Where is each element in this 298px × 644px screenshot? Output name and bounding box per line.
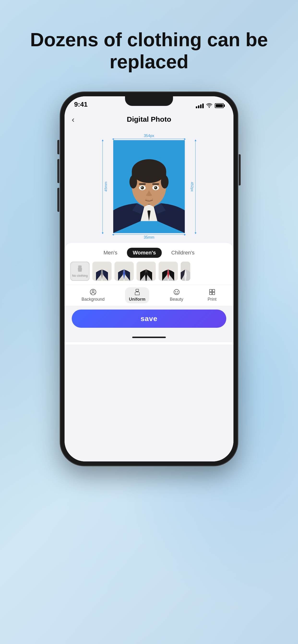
print-icon: [209, 289, 215, 296]
svg-point-21: [152, 198, 153, 199]
clothing-item-no-clothing[interactable]: No clothing: [70, 262, 89, 281]
clothing-item-suit-1[interactable]: [92, 262, 112, 281]
clothing-item-suit-4[interactable]: [159, 262, 178, 281]
volume-down-button[interactable]: [57, 188, 59, 212]
bottom-ruler-line: ◄ ►: [113, 234, 185, 234]
suit-4-preview: [159, 262, 178, 281]
svg-point-15: [155, 187, 156, 188]
phone-side-buttons-right: [239, 154, 241, 186]
suit-3-preview: [136, 262, 156, 281]
home-bar: [132, 336, 166, 338]
svg-point-18: [148, 200, 149, 200]
status-time: 9:41: [74, 100, 88, 108]
page-title: Dozens of clothing can be replaced: [0, 29, 298, 73]
svg-point-14: [154, 186, 158, 190]
svg-rect-36: [209, 292, 212, 295]
svg-point-20: [151, 199, 152, 200]
svg-point-11: [140, 186, 144, 190]
bottom-dimension: ◄ ► 35mm: [113, 234, 185, 240]
right-dimension: 452px ▲ ▼: [190, 140, 196, 233]
phone-screen: 9:41: [65, 96, 233, 462]
power-button[interactable]: [239, 154, 241, 186]
photo-area: 354px ◄ ► ◄ ► 35mm: [65, 128, 233, 243]
phone-frame: 9:41: [60, 92, 238, 466]
svg-rect-8: [139, 184, 146, 185]
top-ruler-line: ◄ ►: [113, 139, 185, 139]
back-button[interactable]: ‹: [72, 115, 74, 124]
suit-5-preview: [181, 262, 190, 281]
clothing-item-suit-2[interactable]: [114, 262, 134, 281]
svg-point-4: [132, 159, 166, 183]
svg-rect-34: [209, 290, 212, 292]
svg-rect-30: [136, 289, 139, 291]
passport-photo: [113, 140, 185, 233]
svg-point-17: [147, 199, 147, 200]
notch: [125, 96, 173, 106]
svg-point-19: [150, 200, 151, 200]
height-mm-label: 45mm: [104, 182, 108, 192]
background-tab-label: Background: [82, 297, 105, 302]
gender-tabs: Men's Women's Children's: [65, 248, 233, 262]
tab-background[interactable]: Background: [78, 287, 108, 303]
svg-rect-9: [152, 184, 159, 185]
wifi-icon: [206, 103, 212, 108]
tab-mens[interactable]: Men's: [98, 248, 123, 258]
width-mm-label: 35mm: [144, 235, 154, 240]
photo-with-rulers: 354px ◄ ► ◄ ► 35mm: [113, 140, 185, 233]
svg-point-32: [175, 291, 176, 292]
svg-point-12: [141, 187, 142, 188]
nav-title: Digital Photo: [127, 115, 171, 124]
person-svg: [113, 140, 185, 233]
no-clothing-icon: [76, 265, 83, 274]
svg-point-0: [209, 107, 210, 108]
save-button-area: save: [65, 306, 233, 332]
mute-button[interactable]: [57, 140, 59, 154]
content-area: 354px ◄ ► ◄ ► 35mm: [65, 128, 233, 462]
background-icon: [90, 289, 96, 296]
tab-childrens[interactable]: Children's: [166, 248, 200, 258]
uniform-tab-icon: [134, 289, 140, 296]
bottom-panel: Men's Women's Children's: [65, 243, 233, 344]
beauty-icon: [173, 289, 180, 296]
save-button[interactable]: save: [72, 310, 226, 328]
battery-icon: [215, 103, 224, 108]
svg-point-16: [146, 199, 146, 200]
left-dimension: ▲ ▼ 45mm: [102, 140, 108, 233]
svg-point-7: [161, 175, 169, 188]
svg-point-6: [129, 175, 137, 188]
clothing-options: No clothing: [65, 262, 233, 284]
signal-icon: [196, 103, 204, 108]
suit-1-preview: [92, 262, 112, 281]
top-dimension: 354px ◄ ►: [113, 134, 185, 139]
phone-side-buttons-left: [57, 140, 59, 212]
tab-beauty[interactable]: Beauty: [166, 287, 187, 303]
bottom-tabs: Background Uniform: [65, 284, 233, 306]
beauty-tab-label: Beauty: [170, 297, 183, 302]
svg-point-31: [174, 290, 179, 295]
clothing-item-suit-5[interactable]: [181, 262, 190, 281]
suit-2-preview: [114, 262, 134, 281]
home-indicator: [65, 332, 233, 342]
svg-rect-5: [132, 171, 166, 178]
signal-bar-3: [200, 104, 202, 108]
signal-bar-1: [196, 106, 197, 108]
clothing-item-suit-3[interactable]: [136, 262, 156, 281]
nav-bar: ‹ Digital Photo: [65, 111, 233, 128]
volume-up-button[interactable]: [57, 159, 59, 183]
svg-rect-35: [212, 290, 215, 292]
uniform-icon: [76, 265, 83, 272]
print-tab-label: Print: [208, 297, 216, 302]
battery-fill: [216, 104, 223, 107]
height-px-label: 452px: [190, 182, 194, 192]
left-ruler-line: ▲ ▼: [102, 140, 103, 233]
status-icons: [196, 103, 224, 108]
signal-bar-2: [198, 106, 199, 108]
tab-uniform[interactable]: Uniform: [125, 287, 149, 303]
uniform-tab-label: Uniform: [129, 297, 145, 302]
no-clothing-label: No clothing: [72, 274, 88, 278]
tab-print[interactable]: Print: [204, 287, 220, 303]
signal-bar-4: [202, 104, 204, 108]
svg-point-33: [177, 291, 178, 292]
tab-womens[interactable]: Women's: [127, 248, 162, 258]
width-px-label: 354px: [144, 134, 154, 138]
